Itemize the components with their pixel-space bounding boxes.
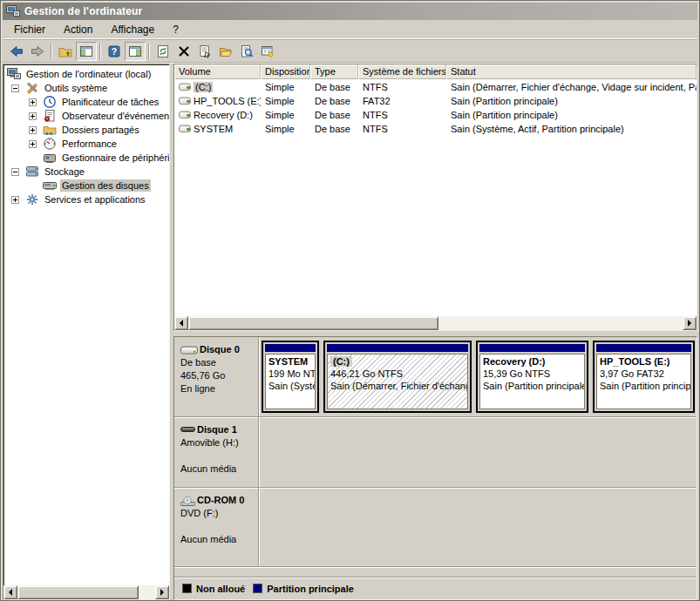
show-action-pane-button[interactable] <box>125 42 146 61</box>
collapse-icon[interactable] <box>11 168 19 176</box>
show-console-tree-button[interactable] <box>76 42 97 61</box>
up-one-level-button[interactable] <box>55 42 76 61</box>
tree-item-performance[interactable]: Performance <box>3 137 169 151</box>
scroll-right-button[interactable] <box>683 316 697 330</box>
title-bar[interactable]: Gestion de l'ordinateur <box>3 3 697 20</box>
column-header-disposition[interactable]: Disposition <box>261 64 310 79</box>
volume-drive-icon <box>179 111 191 119</box>
main-content: Gestion de l'ordinateur (local)Outils sy… <box>3 64 697 598</box>
column-header-statut[interactable]: Statut <box>446 64 697 79</box>
forward-button[interactable] <box>27 42 48 61</box>
partition-type-band <box>479 344 585 352</box>
scroll-left-button[interactable] <box>174 316 188 330</box>
column-header-volume[interactable]: Volume <box>174 64 261 79</box>
volume-row-system[interactable]: SYSTEMSimpleDe baseNTFSSain (Système, Ac… <box>174 122 697 135</box>
tree-item-label: Dossiers partagés <box>60 124 141 136</box>
volume-row-hp-tools-e-[interactable]: HP_TOOLS (E:)SimpleDe baseFAT32Sain (Par… <box>174 94 697 107</box>
disk-info-cell[interactable]: Disque 1Amovible (H:) Aucun média <box>174 417 259 487</box>
partition-size: 446,21 Go NTFS <box>330 368 465 380</box>
column-header-type[interactable]: Type <box>310 64 358 79</box>
window-icon[interactable] <box>6 4 20 18</box>
menu-item-[interactable]: ? <box>165 21 187 38</box>
volume-list: VolumeDispositionTypeSystème de fichiers… <box>173 64 697 331</box>
scrollbar-thumb[interactable] <box>188 316 438 330</box>
volume-cell: Simple <box>261 96 310 106</box>
scrollbar-track[interactable] <box>438 316 683 330</box>
disk-name-label: Disque 0 <box>200 343 240 356</box>
console-tree-panel: Gestion de l'ordinateur (local)Outils sy… <box>3 64 170 600</box>
expand-icon[interactable] <box>29 112 37 120</box>
partition-details: SYSTEM199 Mo NTFSSain (Système, Actif, P… <box>265 354 316 409</box>
scroll-left-button[interactable] <box>3 585 17 599</box>
disk-info-cell[interactable]: Disque 0De base465,76 GoEn ligne <box>174 337 259 416</box>
menu-item-fichier[interactable]: Fichier <box>6 21 53 38</box>
back-icon <box>10 44 24 58</box>
svg-text:?: ? <box>112 46 117 57</box>
partition-recovery-d-[interactable]: Recovery (D:)15,39 Go NTFSSain (Partitio… <box>476 341 588 413</box>
volume-drive-icon <box>179 97 191 105</box>
tree-item-gestionnaire-de-p-riph-riques[interactable]: Gestionnaire de périphériques <box>3 151 169 165</box>
column-header-syst-me-de-fichiers[interactable]: Système de fichiers <box>358 64 446 79</box>
volume-drive-icon <box>179 125 191 133</box>
expand-icon[interactable] <box>29 140 37 148</box>
computer-management-window: Gestion de l'ordinateur FichierActionAff… <box>0 0 700 601</box>
partition-label: (C:) <box>330 355 465 368</box>
scrollbar-track[interactable] <box>139 585 155 599</box>
expand-icon[interactable] <box>29 98 37 106</box>
manage-extensions-button[interactable] <box>257 42 278 61</box>
toolbar-separator <box>99 44 101 59</box>
tree-item-observateur-d-v-nements[interactable]: Observateur d'événements <box>3 109 169 123</box>
properties-button[interactable] <box>194 42 215 61</box>
disk-name-label: CD-ROM 0 <box>197 494 244 507</box>
tree-item-gestion-des-disques[interactable]: Gestion des disques <box>3 179 169 192</box>
volume-list-horizontal-scrollbar[interactable] <box>174 316 697 330</box>
menu-item-affichage[interactable]: Affichage <box>103 21 162 38</box>
tree-horizontal-scrollbar[interactable] <box>3 585 169 599</box>
scrollbar-thumb[interactable] <box>17 585 139 599</box>
partition-label: HP_TOOLS (E:) <box>600 355 688 368</box>
help-button[interactable]: ? <box>104 42 125 61</box>
collapse-icon[interactable] <box>11 84 19 92</box>
partition--c-[interactable]: (C:)446,21 Go NTFSSain (Démarrer, Fichie… <box>323 341 472 413</box>
expand-icon[interactable] <box>29 126 37 134</box>
disk-info-line: Aucun média <box>180 533 255 546</box>
partition-hp-tools-e-[interactable]: HP_TOOLS (E:)3,97 Go FAT32Sain (Partitio… <box>593 341 695 413</box>
menu-item-action[interactable]: Action <box>56 21 100 38</box>
tree-item-label: Services et applications <box>43 193 147 206</box>
partition-type-band <box>596 344 691 352</box>
disk-info-cell[interactable]: CD-ROM 0DVD (F:) Aucun média <box>174 488 259 566</box>
scroll-right-button[interactable] <box>155 585 169 599</box>
storage-icon <box>25 165 39 179</box>
tree-item-stockage[interactable]: Stockage <box>3 165 169 179</box>
tree-item-gestion-de-l-ordinateur-local-[interactable]: Gestion de l'ordinateur (local) <box>3 67 169 81</box>
legend-label: Non alloué <box>196 584 245 594</box>
window-title: Gestion de l'ordinateur <box>24 5 142 17</box>
device-icon <box>43 151 57 165</box>
removable-icon <box>180 425 195 436</box>
refresh-button[interactable] <box>153 42 173 61</box>
legend-item-non-allou-: Non alloué <box>182 584 245 594</box>
partition-system[interactable]: SYSTEM199 Mo NTFSSain (Système, Actif, P… <box>262 341 319 413</box>
volume-name-label: HP_TOOLS (E:) <box>194 96 261 106</box>
forward-icon <box>31 44 44 58</box>
delete-button[interactable] <box>173 42 194 61</box>
volume-row-recovery-d-[interactable]: Recovery (D:)SimpleDe baseNTFSSain (Part… <box>174 108 697 121</box>
open-button[interactable] <box>215 42 236 61</box>
open-icon <box>219 44 233 58</box>
expand-icon[interactable] <box>11 196 19 204</box>
toolbar: ? <box>3 40 697 63</box>
tree-item-services-et-applications[interactable]: Services et applications <box>3 192 169 206</box>
tree-item-dossiers-partag-s[interactable]: Dossiers partagés <box>3 123 169 137</box>
disk-row-cd-rom-0: CD-ROM 0DVD (F:) Aucun média <box>174 488 697 567</box>
tree-item-label: Gestion des disques <box>60 179 151 192</box>
volume-cell: De base <box>310 96 358 106</box>
disk-info-line: En ligne <box>180 382 255 395</box>
back-button[interactable] <box>6 42 27 61</box>
tree-item-outils-syst-me[interactable]: Outils système <box>3 81 169 95</box>
partition-type-band <box>327 344 468 352</box>
volume-cell: De base <box>310 124 358 134</box>
partition-size: 15,39 Go NTFS <box>483 368 581 380</box>
tree-item-planificateur-de-t-ches[interactable]: Planificateur de tâches <box>3 95 169 109</box>
volume-row--c-[interactable]: (C:)SimpleDe baseNTFSSain (Démarrer, Fic… <box>174 80 697 93</box>
display-button[interactable] <box>236 42 257 61</box>
